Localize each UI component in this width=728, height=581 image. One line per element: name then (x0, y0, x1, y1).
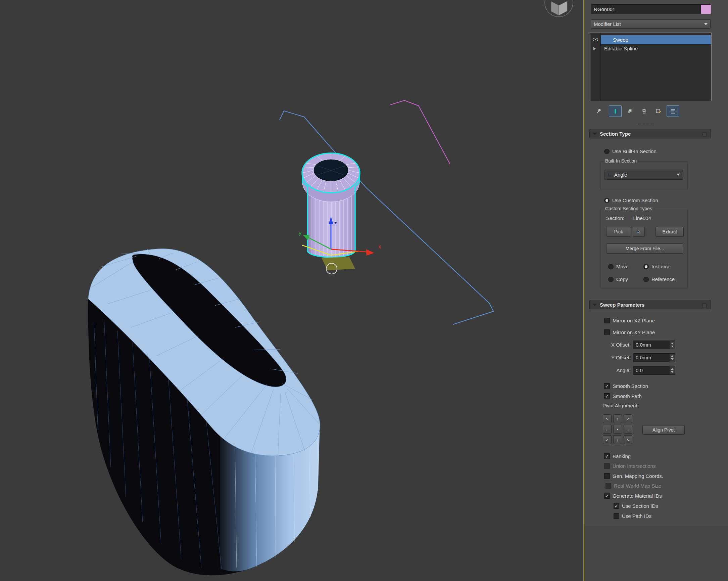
pivot-align-right-button[interactable]: → (624, 425, 632, 434)
y-offset-label: Y Offset: (598, 355, 631, 360)
built-in-section-dropdown[interactable]: Angle (604, 170, 683, 180)
chevron-down-icon (704, 23, 707, 25)
pivot-align-bottom-right-button[interactable]: ↘ (624, 435, 632, 444)
checkbox-box: ✓ (604, 383, 610, 389)
stack-item-editable-spline[interactable]: Editable Spline (604, 46, 638, 51)
dropdown-value: Angle (614, 172, 627, 178)
rollout-header-section-type[interactable]: Section Type (589, 129, 711, 138)
modifier-list-label: Modifier List (594, 21, 621, 27)
pin-stack-button[interactable] (592, 105, 605, 117)
object-color-swatch[interactable] (700, 4, 711, 14)
panel-empty-area (584, 526, 728, 581)
pivot-align-bottom-button[interactable]: ↓ (613, 435, 622, 444)
pick-object-icon (636, 229, 642, 234)
make-unique-button[interactable] (623, 105, 636, 117)
checkbox-box: ✓ (604, 493, 610, 499)
object-name-value: NGon001 (594, 6, 615, 12)
y-offset-input[interactable]: 0.0mm (633, 353, 675, 362)
show-end-result-button[interactable] (609, 105, 622, 117)
smooth-section-checkbox[interactable]: ✓ Smooth Section (604, 383, 648, 389)
remove-modifier-icon (641, 108, 647, 114)
checkbox-box (605, 483, 611, 489)
instance-radio[interactable]: Instance (644, 263, 671, 269)
spinner-arrows[interactable] (669, 367, 675, 375)
pivot-align-top-button[interactable]: ↑ (613, 414, 622, 423)
spinner-up-icon[interactable] (671, 355, 674, 357)
rollout-title: Section Type (600, 131, 631, 137)
toolbar-separator (607, 107, 607, 115)
rollout-header-sweep-parameters[interactable]: Sweep Parameters (589, 300, 711, 309)
radio-circle (644, 277, 649, 282)
checkbox-box: ✓ (614, 503, 619, 509)
rollout-grip-icon[interactable] (702, 132, 706, 136)
pivot-alignment-label: Pivot Alignment: (602, 403, 639, 408)
mirror-xy-checkbox[interactable]: Mirror on XY Plane (604, 329, 655, 335)
pivot-align-top-left-button[interactable]: ↖ (603, 414, 612, 423)
y-offset-row: Y Offset: 0.0mm (584, 353, 728, 363)
x-offset-input[interactable]: 0.0mm (633, 340, 675, 349)
checkbox-box (604, 463, 610, 469)
spinner-arrows[interactable] (669, 341, 675, 349)
align-pivot-button[interactable]: Align Pivot (643, 425, 685, 435)
viewport[interactable]: z x y (0, 0, 583, 581)
rollout-grip-icon[interactable] (702, 303, 706, 307)
mirror-xz-checkbox[interactable]: Mirror on XZ Plane (604, 318, 655, 323)
radio-circle (608, 277, 614, 282)
pivot-align-left-button[interactable]: ← (603, 425, 612, 434)
pivot-align-center-button[interactable]: • (613, 425, 622, 434)
object-name-input[interactable]: NGon001 (591, 4, 705, 14)
generate-material-ids-checkbox[interactable]: ✓ Generate Material IDs (604, 493, 662, 499)
make-unique-icon (627, 108, 633, 114)
x-offset-row: X Offset: 0.0mm (584, 340, 728, 350)
section-label: Section: (606, 215, 624, 221)
chevron-down-icon (677, 174, 680, 176)
panel-drag-handle[interactable] (638, 124, 654, 124)
visibility-eye-icon[interactable] (592, 37, 598, 42)
use-section-ids-checkbox[interactable]: ✓ Use Section IDs (614, 503, 658, 509)
pivot-align-top-right-button[interactable]: ↗ (624, 414, 632, 423)
stack-menu-button[interactable] (667, 105, 679, 117)
use-built-in-section-radio[interactable]: Use Built-In Section (604, 148, 656, 154)
radio-circle (604, 198, 609, 203)
use-path-ids-checkbox[interactable]: Use Path IDs (614, 513, 651, 519)
spinner-up-icon[interactable] (671, 343, 674, 344)
reference-radio[interactable]: Reference (644, 276, 675, 282)
remove-modifier-button[interactable] (638, 105, 650, 117)
spinner-down-icon[interactable] (671, 358, 674, 360)
smooth-path-checkbox[interactable]: ✓ Smooth Path (604, 393, 642, 399)
banking-checkbox[interactable]: ✓ Banking (604, 453, 631, 459)
checkbox-box: ✓ (604, 453, 610, 459)
stack-item-sweep[interactable]: Sweep (601, 35, 711, 44)
extract-button[interactable]: Extract (655, 227, 684, 237)
modifier-list-dropdown[interactable]: Modifier List (591, 20, 710, 29)
checkbox-box (604, 473, 610, 479)
spinner-up-icon[interactable] (671, 368, 674, 370)
spinner-down-icon[interactable] (671, 346, 674, 347)
spinner-down-icon[interactable] (671, 371, 674, 373)
use-custom-section-radio[interactable]: Use Custom Section (604, 198, 658, 203)
configure-modifier-sets-button[interactable] (652, 105, 665, 117)
checkbox-box: ✓ (604, 393, 610, 399)
move-radio[interactable]: Move (608, 263, 629, 269)
pick-button[interactable]: Pick (606, 227, 631, 237)
expand-arrow-icon[interactable] (593, 47, 596, 50)
merge-from-file-button[interactable]: Merge From File... (606, 244, 683, 254)
copy-radio[interactable]: Copy (608, 276, 628, 282)
gen-mapping-coords-checkbox[interactable]: Gen. Mapping Coords. (604, 473, 663, 479)
show-end-result-icon (612, 108, 619, 115)
stack-item-label: Editable Spline (604, 46, 638, 51)
radio-label: Use Built-In Section (612, 148, 656, 154)
pivot-align-bottom-left-button[interactable]: ↙ (603, 435, 612, 444)
3ds-max-window: z x y NGon001 Modifier List (0, 0, 728, 581)
command-panel: NGon001 Modifier List Sweep Editable Spl… (584, 0, 728, 581)
viewport-canvas[interactable]: z x y (0, 0, 583, 581)
radio-label: Use Custom Section (612, 198, 658, 203)
section-row: Section: Line004 (606, 215, 651, 221)
angle-input[interactable]: 0.0 (633, 366, 675, 375)
angle-profile-icon (607, 172, 612, 177)
rollout-collapse-icon (593, 133, 597, 135)
pick-by-name-button[interactable] (633, 227, 645, 237)
spinner-arrows[interactable] (669, 354, 675, 362)
x-offset-label: X Offset: (598, 342, 631, 348)
modifier-stack[interactable]: Sweep Editable Spline (590, 32, 711, 101)
